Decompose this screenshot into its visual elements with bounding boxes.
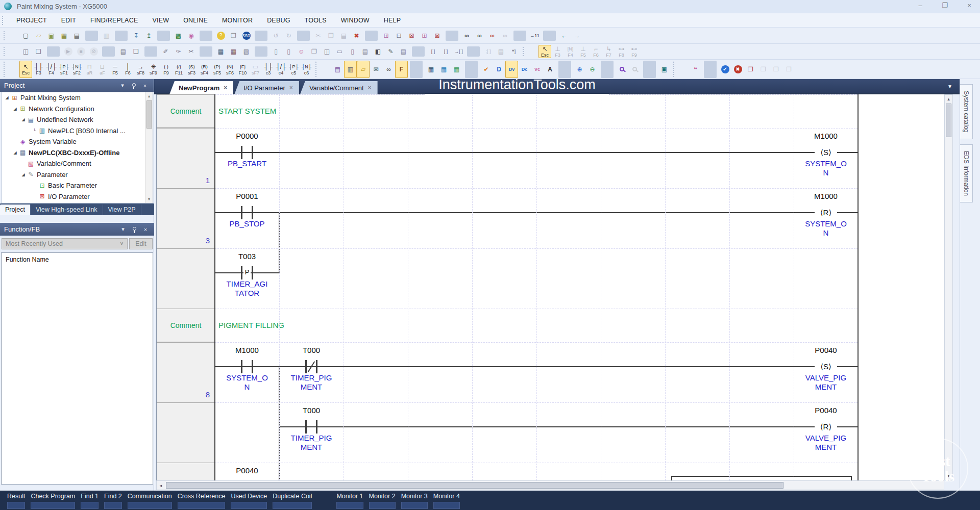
contact-nc-icon[interactable]: ┤/├F4 [45,61,58,78]
insert-line-icon[interactable]: ⊞ [418,29,431,42]
function-icon[interactable]: {F}F10 [236,61,249,78]
used-device-icon[interactable]: ▱ [357,61,370,78]
tree-item-variable-comment[interactable]: ▧ Variable/Comment [2,158,153,169]
tree-item-io-parameter[interactable]: ⊠ I/O Parameter [2,191,153,202]
accept-changes-icon[interactable]: ✔ [719,61,731,78]
scroll-up-arrow[interactable]: ▴ [945,95,952,103]
grid-x-icon[interactable]: ▦ [227,45,240,58]
function-list[interactable]: Function Name [1,252,153,484]
tab-list-button[interactable]: ▼ [947,84,952,89]
side-tab-system-catalog[interactable]: System catalog [960,84,973,139]
function-category-select[interactable]: Most Recently Used ˅ [2,238,128,249]
contact-negative-icon[interactable]: ┤N├sF2 [70,61,83,78]
close-icon[interactable]: × [289,84,293,91]
special-module-monitor-icon[interactable]: ◉ [185,29,198,42]
panel-pin-icon[interactable] [129,81,138,90]
view-all-icon[interactable]: A [544,61,556,78]
panel-menu-icon[interactable]: ▾ [118,81,127,90]
falling-pulse-icon[interactable]: ⊔aF [96,61,109,78]
sfc-end-icon[interactable]: ⊷F9 [628,45,641,58]
find-again-icon[interactable]: ∞ [499,29,511,42]
connection-line-icon[interactable]: →sF8 [134,61,147,78]
coil-negative-icon[interactable]: (N)sF6 [224,61,236,78]
contact[interactable] [252,360,253,373]
menu-item[interactable]: VIEW [145,15,176,26]
find-device-icon[interactable]: ∞ [486,29,499,42]
save-project-icon[interactable]: ▦ [58,29,70,42]
contact-positive-icon[interactable]: ┤P├sF1 [58,61,70,78]
bottom-tab-monitor-3[interactable]: Monitor 3 [401,493,428,509]
new-project-icon[interactable]: ▢ [19,29,32,42]
compare-contact2-icon[interactable]: ┤/├c4 [275,61,287,78]
brush-icon[interactable]: ✐ [159,45,172,58]
sfc-transition-icon[interactable]: [N]F4 [564,45,577,58]
contact[interactable] [252,266,253,279]
coil[interactable]: ⟨R⟩ [815,421,837,433]
sfc-jump-icon[interactable]: ↳F7 [602,45,615,58]
tree-expand-arrow[interactable]: ◢ [20,117,27,122]
grid-question-icon[interactable]: ▧ [240,45,253,58]
clipboard-info-icon[interactable]: ▤ [117,45,130,58]
run-icon[interactable]: ▶ [62,45,75,58]
clipboard-page-icon[interactable]: ❏ [130,45,142,58]
navigate-forward-icon[interactable]: → [571,29,583,42]
program-block2-icon[interactable]: [ ] [439,45,452,58]
menu-item[interactable]: ONLINE [176,15,215,26]
tree-scrollbar[interactable]: ▴ ▾ [145,92,153,203]
grid-dark-icon[interactable]: ▦ [214,45,227,58]
contact[interactable] [241,360,242,373]
insert-cell-icon[interactable]: ⊞ [380,29,393,42]
scroll-thumb[interactable] [166,482,783,489]
tree-item-newplc-offline[interactable]: ◢ ▦ NewPLC(XBC-DxxxE)-Offline [2,147,153,159]
compare-contact3-icon[interactable]: ┤P├c5 [287,61,300,78]
panel-menu-icon[interactable]: ▾ [118,225,128,234]
coil[interactable]: ⟨S⟩ [815,146,837,159]
scroll-up-arrow[interactable]: ▴ [145,92,153,100]
report-icon[interactable]: ▤ [397,45,410,58]
bottom-tab-monitor-4[interactable]: Monitor 4 [433,493,460,509]
tile-window-icon[interactable]: ◫ [19,45,32,58]
panel-close-icon[interactable]: × [140,81,150,90]
contact[interactable] [252,206,253,219]
ruler-icon[interactable]: ▯ [346,45,359,58]
tab-variable-comment[interactable]: Variable/Comment× [300,81,378,94]
view-device-icon[interactable]: D [493,61,505,78]
contrast-icon[interactable]: ◧ [372,45,384,58]
tree-item-system-variable[interactable]: ◈ System Variable [2,136,153,147]
menu-item[interactable]: WINDOW [334,15,377,26]
sfc-action-icon[interactable]: ⊥F5 [577,45,590,58]
save-item-icon[interactable]: ▣ [45,29,58,42]
restore-button[interactable]: ❐ [939,2,950,9]
panel-tab-view-p2p[interactable]: View P2P [103,205,141,215]
menu-item[interactable]: EDIT [54,15,83,26]
overwrite-cell-icon[interactable]: ⊟ [393,29,405,42]
tree-item-network-configuration[interactable]: ◢ ⊞ Network Configuration [2,104,153,115]
contact[interactable] [316,360,317,373]
panel-close-icon[interactable]: × [141,225,150,234]
close-button[interactable]: × [964,2,975,9]
bookmark-prev-icon[interactable]: ❐ [770,61,782,78]
edit-note-icon[interactable]: ✎ [384,45,397,58]
coil-reset-icon[interactable]: (R)sF4 [198,61,211,78]
menu-item[interactable]: TOOLS [298,15,334,26]
function-block-icon[interactable]: ▭sF7 [249,61,262,78]
tab-io-parameter[interactable]: I/O Parameter× [234,81,299,94]
select-mode-icon[interactable]: ↖Esc [19,61,32,78]
module-icon[interactable]: ▭ [333,45,346,58]
bottom-tab-monitor-1[interactable]: Monitor 1 [336,493,363,509]
reject-changes-icon[interactable]: ✖ [731,61,744,78]
contact[interactable] [241,146,242,159]
cut-icon[interactable]: ✂ [312,29,325,42]
split-window-icon[interactable]: ◫ [321,45,333,58]
contact[interactable] [305,360,307,373]
close-icon[interactable]: × [224,84,227,91]
view-check-icon[interactable]: ✔ [480,61,493,78]
delete-element-icon[interactable]: ✳sF9 [147,61,160,78]
tree-item-newplc-link[interactable]: └ ▥ NewPLC [B0S0 Internal ... [2,125,153,137]
bookmark-clear-icon[interactable]: ❐ [782,61,795,78]
program-block4-icon[interactable]: ;[ ] [482,45,495,58]
tree-expand-arrow[interactable]: ◢ [12,107,18,111]
find-device-backward-icon[interactable] [628,61,641,78]
open-project-icon[interactable]: ▱ [32,29,45,42]
bottom-tab-result[interactable]: Result [7,493,25,509]
